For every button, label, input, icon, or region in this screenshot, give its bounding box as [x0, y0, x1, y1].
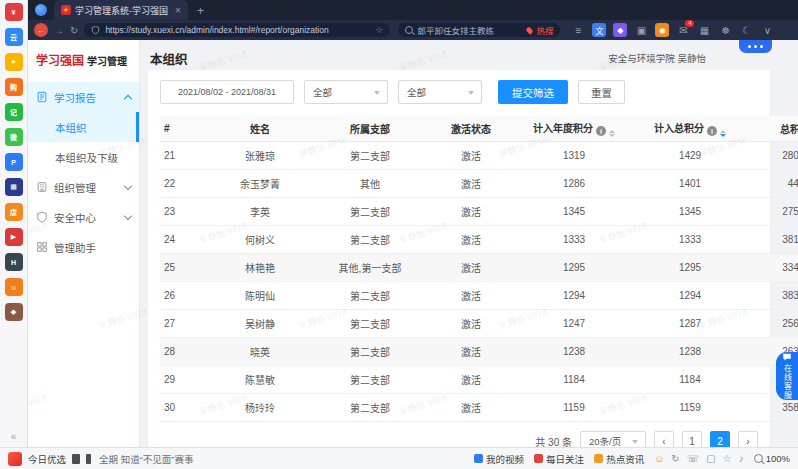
cell-overall-points: 33481	[748, 254, 798, 282]
pinduoduo-icon[interactable]: P	[5, 153, 23, 171]
info-icon[interactable]	[596, 126, 606, 136]
chevron-down-icon	[374, 91, 380, 95]
bookmark-star-icon[interactable]: ☆	[375, 25, 383, 35]
sidebar-item-admin-assistant[interactable]: 管理助手	[28, 232, 139, 262]
plugin-icon[interactable]: ◆	[613, 23, 627, 37]
gift-icon[interactable]: ▢	[706, 453, 715, 464]
wechat-icon[interactable]: 微	[5, 128, 23, 146]
table-row: 26陈明仙第二支部激活1294129438356	[160, 282, 798, 310]
customer-service-button[interactable]: 在线客服	[776, 352, 798, 400]
refresh-icon[interactable]: ↻	[671, 453, 679, 464]
reset-button[interactable]: 重置	[578, 80, 625, 104]
branch-select[interactable]: 全部	[304, 80, 388, 104]
statusbar-shortcut[interactable]: 每日关注	[534, 452, 584, 466]
branch-select-value: 全部	[313, 85, 332, 99]
favorites-icon[interactable]: ★	[5, 53, 23, 71]
night-mode-icon[interactable]: ☾	[739, 23, 753, 37]
cell-status: 激活	[426, 282, 516, 310]
news-ticker[interactable]: 全期 知道“不见面”赛事	[99, 452, 193, 466]
game-app-icon[interactable]: ☺	[5, 278, 23, 296]
hot-news-icon	[594, 454, 603, 463]
strip-collapse-icon[interactable]: «	[11, 431, 17, 442]
col-header-total-points: 计入总积分	[632, 116, 748, 142]
user-info[interactable]: 安全与环境学院 吴静怡	[608, 51, 706, 65]
sidebar-item-this-org[interactable]: 本组织	[28, 112, 139, 142]
ticker-icon[interactable]	[86, 454, 91, 464]
cell-status: 激活	[426, 366, 516, 394]
statusbar-shortcut[interactable]: 热点资讯	[594, 452, 644, 466]
browser-search-box[interactable]: 郎平卸任女排主教练 热搜	[398, 23, 560, 37]
nav-grid-icon[interactable]: ▦	[5, 178, 23, 196]
phone-icon[interactable]: ☏	[687, 453, 700, 464]
app-logo: 学习强国 学习管理	[28, 40, 139, 82]
statusbar-shortcut[interactable]: 我的视频	[474, 452, 524, 466]
more-icon[interactable]: ∨	[760, 23, 774, 37]
status-select[interactable]: 全部	[398, 80, 482, 104]
date-range-input[interactable]: 2021/08/02 - 2021/08/31	[160, 80, 294, 104]
submit-filter-button[interactable]: 提交筛选	[498, 80, 568, 104]
search-suggestion-text: 郎平卸任女排主教练	[417, 24, 523, 36]
cell-overall-points: 38356	[748, 282, 798, 310]
youxuan-icon[interactable]	[8, 452, 22, 466]
info-icon[interactable]	[707, 126, 717, 136]
emoji-icon[interactable]: ☺	[654, 453, 664, 464]
tab-close-icon[interactable]: ×	[175, 5, 181, 16]
sidebar-item-security-center[interactable]: 安全中心	[28, 202, 139, 232]
settings-icon[interactable]: ☸	[718, 23, 732, 37]
address-bar[interactable]: https://study.xuexi.cn/admin/index.html#…	[84, 23, 390, 37]
zoom-control[interactable]: 100%	[754, 453, 790, 464]
table-row: 21张雅琼第二支部激活1319142928033	[160, 142, 798, 170]
notes-icon[interactable]: 记	[5, 103, 23, 121]
shop-icon[interactable]: 店	[5, 203, 23, 221]
cell-overall-points: 38101	[748, 226, 798, 254]
sidebar-item-label: 本组织及下级	[55, 150, 118, 165]
cell-total-points: 1184	[632, 366, 748, 394]
logo-brand: 学习强国	[36, 51, 84, 69]
cell-status: 激活	[426, 338, 516, 366]
sort-control[interactable]	[720, 130, 726, 138]
hdr-icon[interactable]: H	[5, 253, 23, 271]
sidebar-item-study-report[interactable]: 学习报告	[28, 82, 139, 112]
new-tab-button[interactable]: +	[197, 3, 205, 18]
menu-icon[interactable]: ≡	[571, 23, 585, 37]
translate-icon[interactable]: 文	[592, 23, 606, 37]
cell-index: 23	[160, 198, 206, 226]
youxuan-label[interactable]: 今日优选	[28, 452, 66, 466]
browser-logo-icon[interactable]	[35, 4, 47, 16]
sidebar-item-org-management[interactable]: 组织管理	[28, 172, 139, 202]
screenshot-icon[interactable]: ▣	[634, 23, 648, 37]
cell-status: 激活	[426, 170, 516, 198]
cell-status: 激活	[426, 394, 516, 422]
reload-button[interactable]	[70, 25, 78, 36]
hot-search-button[interactable]: 热搜	[536, 24, 553, 36]
sort-control[interactable]	[609, 130, 615, 138]
browser-tab[interactable]: ★ 学习管理系统-学习强国 ×	[54, 0, 188, 20]
cell-branch: 其他	[314, 170, 426, 198]
game-center-icon[interactable]: ◉	[655, 23, 669, 37]
app-sidebar: 学习强国 学习管理 学习报告 本组织 本组织及下级	[28, 40, 140, 447]
cell-name: 晓英	[206, 338, 314, 366]
table-row: 25林艳艳其他,第一支部激活1295129533481	[160, 254, 798, 282]
sound-icon[interactable]: ♪	[739, 453, 744, 464]
cell-status: 激活	[426, 198, 516, 226]
browser-toolbar: https://study.xuexi.cn/admin/index.html#…	[28, 20, 798, 40]
star-icon[interactable]: ☆	[723, 453, 732, 464]
browser-statusbar: 今日优选 全期 知道“不见面”赛事 我的视频每日关注热点资讯 ☺↻☏▢☆♪ 10…	[0, 447, 798, 469]
col-header-year-points: 计入年度积分	[516, 116, 632, 142]
cloud-icon[interactable]: 云	[5, 28, 23, 46]
video-app-icon[interactable]: ▶	[5, 228, 23, 246]
back-button[interactable]	[34, 23, 48, 37]
mail-icon[interactable]: ✉4	[676, 23, 690, 37]
apps-grid-icon[interactable]: ▦	[697, 23, 711, 37]
cart-icon[interactable]: 购	[5, 78, 23, 96]
forward-button[interactable]	[54, 25, 64, 36]
zoom-value: 100%	[766, 453, 790, 464]
floating-widget[interactable]	[739, 40, 772, 53]
chevron-down-icon	[124, 182, 132, 190]
cell-name: 陈慧敏	[206, 366, 314, 394]
cell-name: 何树义	[206, 226, 314, 254]
sidebar-item-org-and-sub[interactable]: 本组织及下级	[28, 142, 139, 172]
ticker-icon[interactable]	[72, 454, 80, 464]
wallet-icon[interactable]: ¥	[5, 3, 23, 21]
tools-icon[interactable]: ◆	[5, 303, 23, 321]
